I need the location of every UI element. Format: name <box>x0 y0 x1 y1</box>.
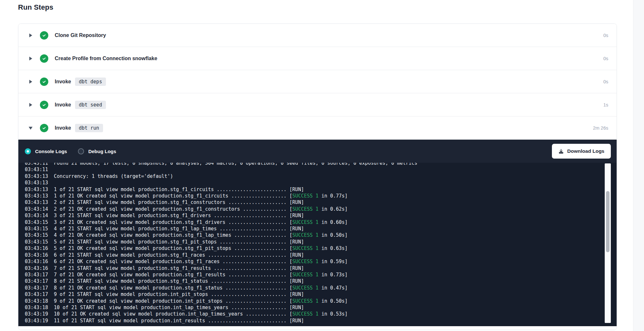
log-line: 03:43:16 5 of 21 OK created sql view mod… <box>25 245 617 252</box>
success-check-icon <box>40 31 48 40</box>
log-line: 03:43:15 4 of 21 START sql view model pr… <box>25 225 617 232</box>
log-line: 03:43:11 <box>25 166 617 173</box>
run-step-row[interactable]: Invokedbt seed1s <box>18 93 617 116</box>
log-success-status: SUCCESS 1 <box>292 245 318 251</box>
step-command-badge: dbt deps <box>75 78 106 86</box>
log-line: 03:43:15 3 of 21 OK created sql view mod… <box>25 219 617 225</box>
step-command-badge: dbt seed <box>75 101 106 109</box>
log-line: 03:43:16 6 of 21 OK created sql view mod… <box>25 258 617 265</box>
log-success-status: SUCCESS 1 <box>292 311 318 317</box>
step-label: Invoke <box>55 125 71 131</box>
log-success-status: SUCCESS 1 <box>292 206 318 212</box>
success-check-icon <box>40 54 48 63</box>
radio-unselected-icon[interactable] <box>78 148 84 154</box>
log-line: 03:43:17 7 of 21 OK created sql view mod… <box>25 271 617 278</box>
card-footer-strip <box>18 326 617 330</box>
chevron-right-icon[interactable] <box>28 33 33 38</box>
log-success-status: SUCCESS 1 <box>292 259 318 264</box>
success-check-icon <box>40 101 48 109</box>
log-line: 03:43:15 4 of 21 OK created sql view mod… <box>25 232 617 238</box>
console-log-panel: Console Logs Debug Logs Download Logs <box>18 140 617 326</box>
log-line: 03:43:13 Concurrency: 1 threads (target=… <box>25 173 617 179</box>
log-line: 03:43:13 <box>25 179 617 186</box>
log-line: 03:43:16 6 of 21 START sql view model pr… <box>25 252 617 258</box>
page-title: Run Steps <box>18 3 53 12</box>
download-logs-label: Download Logs <box>567 148 604 154</box>
step-label: Invoke <box>55 102 71 108</box>
chevron-right-icon[interactable] <box>28 56 33 61</box>
log-line: 03:43:11 Found 21 models, 17 tests, 0 sn… <box>25 163 617 166</box>
log-scrollbar-track[interactable] <box>605 163 611 323</box>
step-label: Create Profile from Connection snowflake <box>55 56 157 61</box>
log-success-status: SUCCESS 1 <box>292 272 318 278</box>
step-command-badge: dbt run <box>75 124 103 132</box>
log-line: 03:43:15 5 of 21 START sql view model pr… <box>25 239 617 245</box>
steps-list: Clone Git Repository0sCreate Profile fro… <box>18 24 617 140</box>
log-line: 03:43:16 7 of 21 START sql view model pr… <box>25 265 617 271</box>
log-scrollbar-thumb[interactable] <box>606 191 610 252</box>
log-success-status: SUCCESS 1 <box>292 219 318 225</box>
debug-logs-label: Debug Logs <box>88 149 116 154</box>
step-duration: 0s <box>603 56 608 61</box>
log-line: 03:43:17 8 of 21 OK created sql view mod… <box>25 285 617 291</box>
run-step-row[interactable]: Invokedbt run2m 26s <box>18 116 617 140</box>
step-duration: 2m 26s <box>593 125 608 131</box>
console-logs-label: Console Logs <box>35 149 67 154</box>
log-line: 03:43:18 9 of 21 OK created sql view mod… <box>25 298 617 304</box>
console-logs-radio[interactable]: Console Logs <box>25 148 67 154</box>
chevron-right-icon[interactable] <box>28 79 33 84</box>
debug-logs-radio[interactable]: Debug Logs <box>78 148 116 154</box>
run-step-row[interactable]: Invokedbt deps0s <box>18 70 617 93</box>
log-line: 03:43:19 11 of 21 START sql view model p… <box>25 317 617 324</box>
success-check-icon <box>40 124 48 132</box>
chevron-right-icon[interactable] <box>28 102 33 107</box>
log-line: 03:43:14 3 of 21 START sql view model pr… <box>25 212 617 219</box>
step-duration: 0s <box>603 33 608 38</box>
run-steps-page: Run Steps Clone Git Repository0sCreate P… <box>0 0 644 331</box>
run-step-row[interactable]: Create Profile from Connection snowflake… <box>18 47 617 70</box>
log-success-status: SUCCESS 1 <box>292 193 318 199</box>
log-lines: 03:43:11 Found 21 models, 17 tests, 0 sn… <box>18 163 617 324</box>
log-success-status: SUCCESS 1 <box>292 232 318 238</box>
log-line: 03:43:13 2 of 21 START sql view model pr… <box>25 199 617 206</box>
download-icon <box>558 149 564 154</box>
log-line: 03:43:13 1 of 21 START sql view model pr… <box>25 186 617 193</box>
page-right-gutter <box>633 0 644 331</box>
log-line: 03:43:17 8 of 21 START sql view model pr… <box>25 278 617 284</box>
step-duration: 0s <box>603 79 608 84</box>
step-label: Invoke <box>55 79 71 85</box>
run-steps-card: Clone Git Repository0sCreate Profile fro… <box>18 23 617 330</box>
success-check-icon <box>40 78 48 86</box>
console-panel-header: Console Logs Debug Logs Download Logs <box>18 140 617 163</box>
log-success-status: SUCCESS 1 <box>292 298 318 304</box>
log-line: 03:43:18 10 of 21 START sql view model p… <box>25 304 617 311</box>
console-log-output[interactable]: 03:43:11 Found 21 models, 17 tests, 0 sn… <box>18 163 617 326</box>
radio-selected-icon[interactable] <box>25 148 31 154</box>
download-logs-button[interactable]: Download Logs <box>552 144 611 159</box>
log-success-status: SUCCESS 1 <box>292 285 318 291</box>
step-label: Clone Git Repository <box>55 32 106 38</box>
log-line: 03:43:19 10 of 21 OK created sql view mo… <box>25 311 617 317</box>
log-line: 03:43:13 1 of 21 OK created sql view mod… <box>25 193 617 199</box>
chevron-down-icon[interactable] <box>28 125 33 131</box>
run-step-row[interactable]: Clone Git Repository0s <box>18 24 617 47</box>
log-line: 03:43:14 2 of 21 OK created sql view mod… <box>25 206 617 212</box>
log-line: 03:43:17 9 of 21 START sql view model pr… <box>25 291 617 298</box>
step-duration: 1s <box>603 102 608 107</box>
